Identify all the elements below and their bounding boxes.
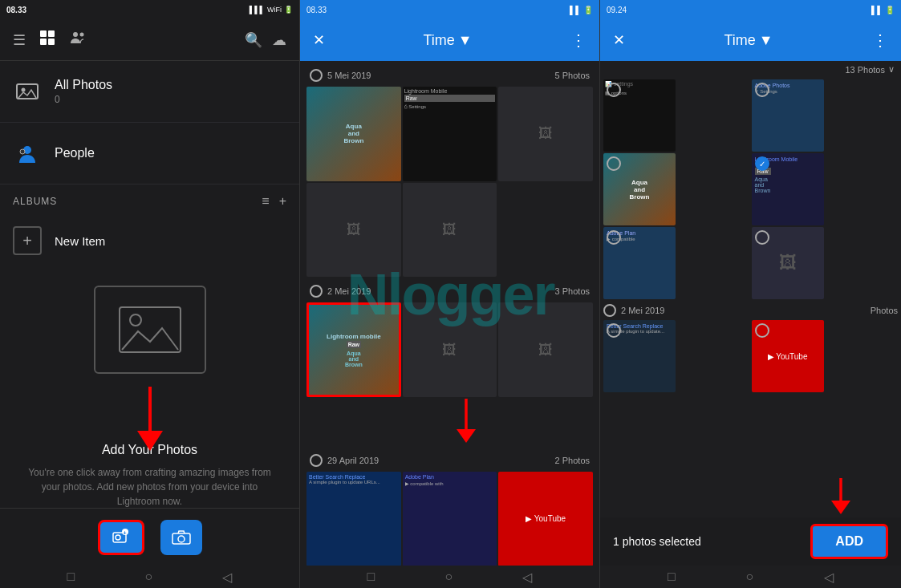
panel-3: 09.24 ▌▌ 🔋 ✕ Time ▼ ⋮ 13 Photos ∨ 📊 sett…: [600, 0, 901, 588]
menu-icon[interactable]: ☰: [13, 31, 26, 49]
nav-square-icon-1[interactable]: □: [67, 570, 75, 584]
battery-icon-1: 🔋: [284, 6, 293, 14]
svg-point-11: [130, 314, 141, 326]
nav-back-icon-1[interactable]: ◁: [222, 570, 232, 585]
svg-point-19: [178, 536, 185, 542]
cloud-icon[interactable]: ☁: [272, 31, 286, 49]
photo-thumb-5[interactable]: 🖼: [403, 183, 497, 278]
search-icon[interactable]: 🔍: [245, 31, 262, 49]
nav-back-icon-2[interactable]: ◁: [522, 570, 532, 585]
dropdown-icon-2[interactable]: ▼: [458, 32, 473, 49]
panel-2: 08.33 ▌▌ 🔋 ✕ Time ▼ ⋮ 5 Mei 2019 5 Photo…: [300, 0, 600, 588]
add-media-button[interactable]: +: [98, 520, 144, 555]
photo-thumb-4[interactable]: 🖼: [306, 183, 401, 278]
red-arrow-3-wrapper: [600, 478, 901, 517]
select-circle-p3-7[interactable]: [607, 323, 621, 338]
close-icon-3[interactable]: ✕: [613, 31, 625, 49]
p3-photo-4[interactable]: Lightroom Mobile Raw Aqua and Brown ✓: [752, 153, 824, 225]
panel3-title: Time ▼: [724, 32, 773, 49]
svg-text:+: +: [123, 529, 126, 535]
panel3-row-2: Aqua and Brown Lightroom Mobile Raw Aqua…: [603, 153, 898, 225]
add-button[interactable]: ADD: [810, 524, 888, 559]
photo-thumb-2mei-3[interactable]: 🖼: [498, 302, 593, 397]
nav-square-icon-2[interactable]: □: [367, 570, 375, 584]
nav-square-icon-3[interactable]: □: [668, 570, 676, 584]
p3-photo-5[interactable]: Adobe Plan ▶ compatible: [603, 227, 676, 299]
albums-grid-icon[interactable]: [39, 29, 56, 51]
camera-icon: [172, 530, 191, 545]
count-2mei: 3 Photos: [555, 286, 590, 296]
people-nav-icon[interactable]: [69, 29, 87, 51]
add-photos-section: Add Your Photos You're one click away fr…: [0, 266, 299, 508]
nav-home-bar-3: □ ○ ◁: [600, 566, 901, 588]
select-circle-p3-2[interactable]: [755, 83, 769, 97]
photos-count-label: 13 Photos: [845, 65, 885, 75]
all-photos-item[interactable]: All Photos 0: [0, 61, 299, 123]
select-circle-5mei[interactable]: [310, 69, 323, 82]
new-item-btn[interactable]: +: [13, 226, 42, 255]
status-icons-2: ▌▌ 🔋: [570, 6, 593, 14]
svg-rect-2: [40, 39, 47, 45]
select-circle-p3-8[interactable]: [755, 323, 769, 338]
select-circle-p3-1[interactable]: [607, 83, 621, 97]
photo-highlighted[interactable]: Lightroom mobile Raw Aqua and Brown: [306, 302, 401, 397]
photos-grid-2: 5 Mei 2019 5 Photos Aqua and Brown Light…: [300, 61, 599, 566]
camera-button[interactable]: [160, 520, 202, 555]
selected-count-label: 1 photos selected: [613, 535, 701, 548]
dropdown-icon-3[interactable]: ▼: [759, 32, 773, 49]
people-label: People: [55, 146, 95, 160]
panel3-bottom-actions: 1 photos selected ADD: [600, 517, 901, 566]
date-section-29april: 29 April 2019 2 Photos Better Search Rep…: [303, 449, 596, 566]
photo-thumb-2[interactable]: Lightroom Mobile Raw ⎙ Settings: [403, 87, 497, 181]
status-icons-3: ▌▌ 🔋: [871, 6, 895, 14]
top-nav-2: ✕ Time ▼ ⋮: [300, 19, 599, 61]
p3-section-2mei: 2 Mei 2019 Photos: [603, 301, 898, 320]
photo-29april-3[interactable]: ▶ YouTube: [498, 472, 593, 566]
more-icon-2[interactable]: ⋮: [570, 30, 586, 50]
select-circle-p3-3[interactable]: [607, 156, 621, 171]
photo-thumb-3[interactable]: 🖼: [498, 87, 593, 181]
albums-title: ALBUMS: [13, 196, 57, 207]
photo-thumb-2mei-2[interactable]: 🖼: [403, 302, 497, 397]
p3-photo-8[interactable]: ▶ YouTube: [752, 320, 824, 392]
nav-circle-icon-1[interactable]: ○: [145, 570, 153, 584]
people-item[interactable]: People: [0, 123, 299, 185]
p3-photo-7[interactable]: Better Search Replace A simple plugin to…: [603, 320, 676, 392]
nav-circle-icon-2[interactable]: ○: [445, 570, 453, 584]
select-circle-p3-6[interactable]: [755, 230, 769, 245]
p3-photo-6[interactable]: 🖼: [752, 227, 824, 299]
status-bar-2: 08.33 ▌▌ 🔋: [300, 0, 599, 19]
chevron-down-icon[interactable]: ∨: [888, 64, 895, 75]
panel-1: 08.33 ▌▌▌ WiFi 🔋 ☰: [0, 0, 300, 588]
nav-circle-icon-3[interactable]: ○: [745, 570, 753, 584]
panel3-row-1: 📊 settings ▦ options Adobe Photos ✓ Sett…: [603, 79, 898, 152]
photos-count-bar: 13 Photos ∨: [600, 61, 901, 78]
svg-marker-21: [457, 429, 476, 443]
close-icon-2[interactable]: ✕: [313, 31, 325, 49]
svg-point-9: [20, 149, 25, 154]
p3-select-2mei[interactable]: [603, 304, 616, 317]
wifi-icon-1: WiFi: [267, 6, 282, 14]
nav-back-icon-3[interactable]: ◁: [824, 570, 834, 585]
select-circle-2mei[interactable]: [310, 285, 323, 298]
select-circle-p3-5[interactable]: [607, 230, 621, 245]
add-photos-icon-container: [94, 286, 206, 374]
photo-29april-1[interactable]: Better Search Replace A simple plugin to…: [306, 472, 401, 566]
select-circle-29april[interactable]: [310, 454, 323, 467]
new-item-row[interactable]: + New Item: [0, 215, 299, 266]
photo-29april-2[interactable]: Adobe Plan ▶ compatible with: [403, 472, 497, 566]
p3-photo-2[interactable]: Adobe Photos ✓ Settings: [752, 79, 824, 152]
p3-photo-1[interactable]: 📊 settings ▦ options: [603, 79, 676, 152]
sort-icon[interactable]: ≡: [262, 194, 269, 209]
select-circle-p3-4[interactable]: ✓: [755, 156, 769, 171]
status-icons-1: ▌▌▌ WiFi 🔋: [250, 6, 293, 14]
bottom-bar-1: +: [0, 508, 299, 566]
photo-thumb-1[interactable]: Aqua and Brown: [306, 87, 401, 181]
add-album-icon[interactable]: +: [279, 194, 286, 209]
status-time-3: 09.24: [607, 6, 627, 14]
p3-photo-3[interactable]: Aqua and Brown: [603, 153, 676, 225]
nav-home-bar-1: □ ○ ◁: [0, 566, 299, 588]
date-section-2mei: 2 Mei 2019 3 Photos Lightroom mobile Raw…: [303, 280, 596, 446]
more-icon-3[interactable]: ⋮: [872, 30, 888, 50]
signal-icon-1: ▌▌▌: [250, 6, 265, 14]
